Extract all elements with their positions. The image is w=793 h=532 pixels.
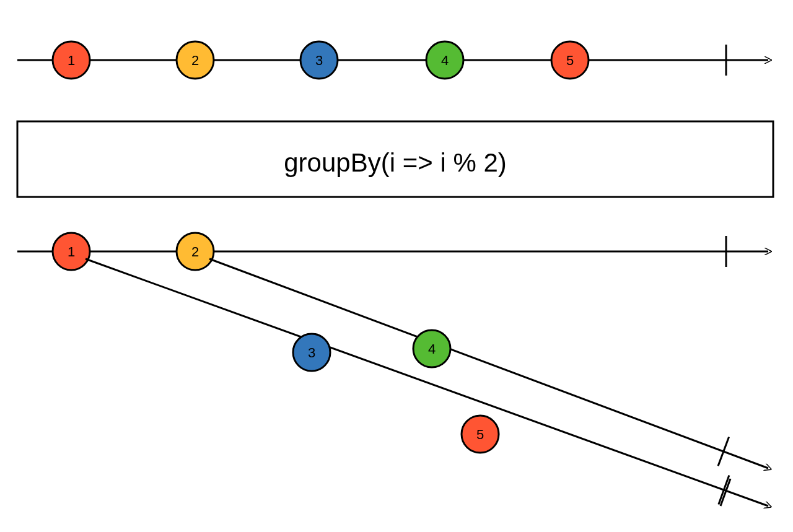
marble-label-in-5: 5 <box>566 53 574 68</box>
output-outer-timeline: 12 <box>17 233 768 270</box>
marble-label-in-1: 1 <box>68 53 75 68</box>
input-timeline: 12345 <box>17 41 768 79</box>
marble-out-1: 1 <box>53 233 90 270</box>
marble-even-4: 4 <box>413 330 450 367</box>
branch-odd-axis <box>85 259 768 506</box>
branch-even-complete <box>718 437 729 466</box>
marble-label-in-2: 2 <box>191 53 199 68</box>
marble-label-in-3: 3 <box>315 53 323 68</box>
marble-label-out-1: 1 <box>68 244 75 259</box>
marble-odd-5: 5 <box>462 416 499 453</box>
marble-in-4: 4 <box>426 41 463 79</box>
marble-diagram: 12345 groupBy(i => i % 2) 12 35 4 <box>0 0 793 532</box>
marble-label-even-4: 4 <box>428 341 436 357</box>
marble-in-2: 2 <box>177 41 214 79</box>
marble-in-5: 5 <box>551 41 589 79</box>
output-branch-odd <box>85 259 768 506</box>
operator-label: groupBy(i => i % 2) <box>284 148 507 177</box>
marble-odd-3: 3 <box>293 334 330 371</box>
marble-label-out-2: 2 <box>191 244 199 259</box>
branch-complete-ticks <box>718 437 729 505</box>
marble-in-1: 1 <box>53 41 90 79</box>
marble-out-2: 2 <box>177 233 214 270</box>
operator-box: groupBy(i => i % 2) <box>17 121 773 197</box>
branch-odd-complete <box>719 476 729 505</box>
marble-label-odd-3: 3 <box>308 345 315 360</box>
marble-label-in-4: 4 <box>441 53 449 68</box>
marble-in-3: 3 <box>300 41 338 79</box>
marble-label-odd-5: 5 <box>476 427 484 442</box>
